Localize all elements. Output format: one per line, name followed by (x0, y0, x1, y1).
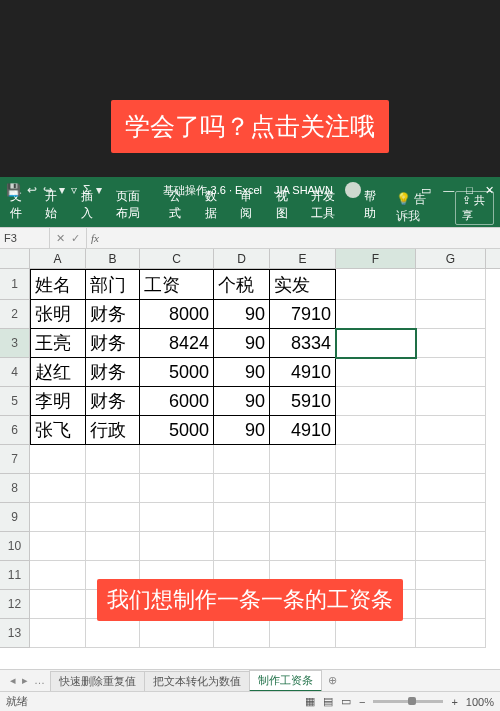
tab-help[interactable]: 帮助 (360, 185, 385, 225)
cell-F10[interactable] (336, 532, 416, 561)
cell-B6[interactable]: 行政 (86, 416, 140, 445)
tell-me[interactable]: 💡 告诉我 (396, 191, 436, 225)
cell-B10[interactable] (86, 532, 140, 561)
zoom-level[interactable]: 100% (466, 696, 494, 708)
cell-C1[interactable]: 工资 (140, 269, 214, 300)
cell-A10[interactable] (30, 532, 86, 561)
cell-G9[interactable] (416, 503, 486, 532)
cell-D3[interactable]: 90 (214, 329, 270, 358)
cell-E6[interactable]: 4910 (270, 416, 336, 445)
cell-G4[interactable] (416, 358, 486, 387)
cell-G7[interactable] (416, 445, 486, 474)
col-header-F[interactable]: F (336, 249, 416, 268)
cell-C10[interactable] (140, 532, 214, 561)
cell-A1[interactable]: 姓名 (30, 269, 86, 300)
cell-B4[interactable]: 财务 (86, 358, 140, 387)
col-header-B[interactable]: B (86, 249, 140, 268)
enter-icon[interactable]: ✓ (71, 232, 80, 245)
cell-A9[interactable] (30, 503, 86, 532)
fx-icon[interactable]: fx (87, 232, 103, 244)
cell-B3[interactable]: 财务 (86, 329, 140, 358)
cell-C6[interactable]: 5000 (140, 416, 214, 445)
row-header-11[interactable]: 11 (0, 561, 30, 590)
cell-B7[interactable] (86, 445, 140, 474)
cell-D1[interactable]: 个税 (214, 269, 270, 300)
view-layout-icon[interactable]: ▤ (323, 695, 333, 708)
cell-E1[interactable]: 实发 (270, 269, 336, 300)
tab-layout[interactable]: 页面布局 (112, 185, 155, 225)
cell-F6[interactable] (336, 416, 416, 445)
sort-icon[interactable]: ▾ (59, 183, 65, 197)
qat-more-icon[interactable]: ▾ (96, 183, 102, 197)
sheet-tab-2[interactable]: 制作工资条 (249, 670, 322, 692)
col-header-C[interactable]: C (140, 249, 214, 268)
cell-B8[interactable] (86, 474, 140, 503)
col-header-G[interactable]: G (416, 249, 486, 268)
sum-icon[interactable]: Σ (83, 183, 90, 197)
cell-A13[interactable] (30, 619, 86, 648)
view-normal-icon[interactable]: ▦ (305, 695, 315, 708)
cell-D8[interactable] (214, 474, 270, 503)
row-header-13[interactable]: 13 (0, 619, 30, 648)
cell-E7[interactable] (270, 445, 336, 474)
cell-E5[interactable]: 5910 (270, 387, 336, 416)
cell-F3[interactable] (336, 329, 416, 358)
cell-F9[interactable] (336, 503, 416, 532)
cell-C2[interactable]: 8000 (140, 300, 214, 329)
tab-developer[interactable]: 开发工具 (307, 185, 350, 225)
cell-D6[interactable]: 90 (214, 416, 270, 445)
zoom-in-icon[interactable]: + (451, 696, 457, 708)
cell-A4[interactable]: 赵红 (30, 358, 86, 387)
tab-review[interactable]: 审阅 (236, 185, 261, 225)
sheet-tab-0[interactable]: 快速删除重复值 (50, 671, 145, 691)
cell-C8[interactable] (140, 474, 214, 503)
cell-F1[interactable] (336, 269, 416, 300)
cell-D4[interactable]: 90 (214, 358, 270, 387)
cell-D5[interactable]: 90 (214, 387, 270, 416)
cell-A11[interactable] (30, 561, 86, 590)
cell-F7[interactable] (336, 445, 416, 474)
cell-D9[interactable] (214, 503, 270, 532)
cell-A5[interactable]: 李明 (30, 387, 86, 416)
cell-D10[interactable] (214, 532, 270, 561)
cell-A8[interactable] (30, 474, 86, 503)
cell-B1[interactable]: 部门 (86, 269, 140, 300)
tab-nav-more-icon[interactable]: … (34, 674, 45, 687)
tab-nav-next-icon[interactable]: ▸ (22, 674, 28, 687)
cell-G13[interactable] (416, 619, 486, 648)
share-button[interactable]: ⇪ 共享 (455, 191, 494, 225)
row-header-10[interactable]: 10 (0, 532, 30, 561)
cell-E9[interactable] (270, 503, 336, 532)
col-header-D[interactable]: D (214, 249, 270, 268)
redo-icon[interactable]: ↪ (43, 183, 53, 197)
sheet-tab-1[interactable]: 把文本转化为数值 (144, 671, 250, 691)
tab-data[interactable]: 数据 (201, 185, 226, 225)
row-header-12[interactable]: 12 (0, 590, 30, 619)
filter-icon[interactable]: ▿ (71, 183, 77, 197)
cell-E8[interactable] (270, 474, 336, 503)
cell-F13[interactable] (336, 619, 416, 648)
zoom-out-icon[interactable]: − (359, 696, 365, 708)
cell-B5[interactable]: 财务 (86, 387, 140, 416)
zoom-slider[interactable] (373, 700, 443, 703)
row-header-9[interactable]: 9 (0, 503, 30, 532)
col-header-A[interactable]: A (30, 249, 86, 268)
cell-F8[interactable] (336, 474, 416, 503)
tab-nav-prev-icon[interactable]: ◂ (10, 674, 16, 687)
row-header-1[interactable]: 1 (0, 269, 30, 300)
tab-view[interactable]: 视图 (272, 185, 297, 225)
new-sheet-button[interactable]: ⊕ (322, 674, 343, 687)
cell-D13[interactable] (214, 619, 270, 648)
cell-C9[interactable] (140, 503, 214, 532)
cell-A3[interactable]: 王亮 (30, 329, 86, 358)
cell-C7[interactable] (140, 445, 214, 474)
tab-formulas[interactable]: 公式 (165, 185, 190, 225)
row-header-7[interactable]: 7 (0, 445, 30, 474)
cell-G3[interactable] (416, 329, 486, 358)
col-header-E[interactable]: E (270, 249, 336, 268)
cell-E10[interactable] (270, 532, 336, 561)
row-header-3[interactable]: 3 (0, 329, 30, 358)
row-header-4[interactable]: 4 (0, 358, 30, 387)
cell-B2[interactable]: 财务 (86, 300, 140, 329)
cancel-icon[interactable]: ✕ (56, 232, 65, 245)
